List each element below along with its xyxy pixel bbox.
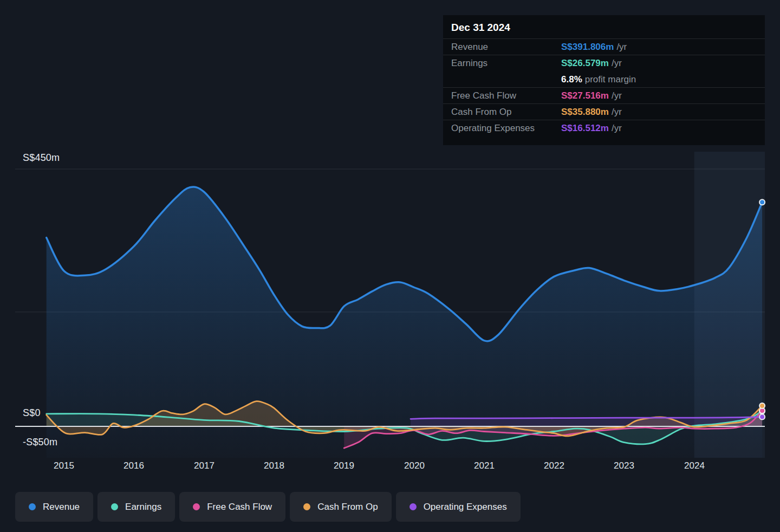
- tooltip-label-free-cash-flow: Free Cash Flow: [451, 90, 561, 101]
- financial-chart-screen: S$450m S$0 -S$50m 2015 2016 2017 2018 20…: [0, 0, 780, 532]
- x-axis-label-2023: 2023: [608, 460, 640, 471]
- x-axis-label-2017: 2017: [188, 460, 220, 471]
- legend-cash-from-op-label: Cash From Op: [317, 502, 378, 512]
- free-cash-flow-legend-dot-icon: [193, 503, 200, 510]
- tooltip-row-revenue: Revenue S$391.806m/yr: [443, 39, 765, 55]
- legend: Revenue Earnings Free Cash Flow Cash Fro…: [15, 492, 521, 522]
- x-axis-label-2024: 2024: [678, 460, 711, 471]
- x-axis-label-2021: 2021: [468, 460, 500, 471]
- legend-revenue-button[interactable]: Revenue: [15, 492, 93, 522]
- tooltip-value-operating-expenses: S$16.512m/yr: [561, 123, 757, 134]
- legend-free-cash-flow-button[interactable]: Free Cash Flow: [179, 492, 285, 522]
- revenue-legend-dot-icon: [29, 503, 36, 510]
- operating-expenses-legend-dot-icon: [410, 503, 417, 510]
- tooltip-date: Dec 31 2024: [443, 15, 765, 39]
- x-axis-label-2018: 2018: [258, 460, 290, 471]
- legend-cash-from-op-button[interactable]: Cash From Op: [290, 492, 391, 522]
- x-axis-label-2020: 2020: [398, 460, 431, 471]
- legend-operating-expenses-label: Operating Expenses: [424, 502, 507, 512]
- tooltip-row-cash-from-op: Cash From Op S$35.880m/yr: [443, 104, 765, 120]
- tooltip-row-operating-expenses: Operating Expenses S$16.512m/yr: [443, 120, 765, 137]
- x-axis-label-2015: 2015: [48, 460, 80, 471]
- earnings-legend-dot-icon: [111, 503, 118, 510]
- tooltip-label-cash-from-op: Cash From Op: [451, 107, 561, 118]
- tooltip-label-operating-expenses: Operating Expenses: [451, 123, 561, 134]
- chart-tooltip: Dec 31 2024 Revenue S$391.806m/yr Earnin…: [443, 15, 765, 145]
- legend-free-cash-flow-label: Free Cash Flow: [207, 502, 272, 512]
- tooltip-label-earnings: Earnings: [451, 58, 561, 69]
- tooltip-row-free-cash-flow: Free Cash Flow S$27.516m/yr: [443, 88, 765, 104]
- x-axis-label-2016: 2016: [118, 460, 150, 471]
- tooltip-label-revenue: Revenue: [451, 42, 561, 53]
- chart-plot[interactable]: [0, 152, 780, 458]
- x-axis: 2015 2016 2017 2018 2019 2020 2021 2022 …: [0, 460, 780, 473]
- x-axis-label-2022: 2022: [538, 460, 570, 471]
- tooltip-row-earnings: Earnings S$26.579m/yr: [443, 55, 765, 72]
- x-axis-label-2019: 2019: [328, 460, 360, 471]
- tooltip-row-profit-margin: 6.8%profit margin: [443, 72, 765, 88]
- legend-earnings-label: Earnings: [125, 502, 161, 512]
- legend-revenue-label: Revenue: [43, 502, 80, 512]
- tooltip-value-cash-from-op: S$35.880m/yr: [561, 107, 757, 118]
- tooltip-value-profit-margin: 6.8%profit margin: [561, 74, 757, 85]
- tooltip-value-earnings: S$26.579m/yr: [561, 58, 757, 69]
- tooltip-value-free-cash-flow: S$27.516m/yr: [561, 90, 757, 101]
- legend-earnings-button[interactable]: Earnings: [98, 492, 175, 522]
- tooltip-value-revenue: S$391.806m/yr: [561, 42, 757, 53]
- cash-from-op-legend-dot-icon: [303, 503, 310, 510]
- legend-operating-expenses-button[interactable]: Operating Expenses: [396, 492, 521, 522]
